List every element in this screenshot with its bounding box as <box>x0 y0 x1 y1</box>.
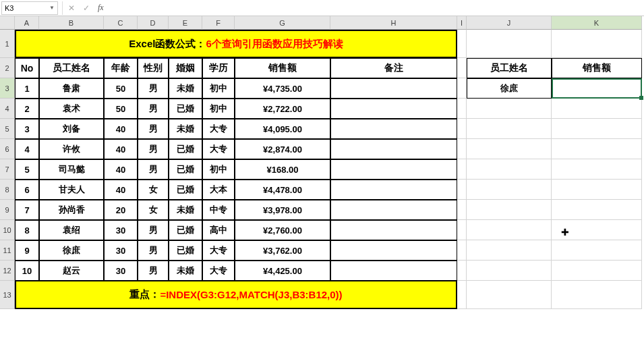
cell-remark-3[interactable] <box>330 78 457 99</box>
row-header-8[interactable]: 8 <box>0 180 15 200</box>
header-D[interactable]: 性别 <box>138 58 169 78</box>
cell-age-9[interactable]: 20 <box>104 200 138 220</box>
cell-no-5[interactable]: 3 <box>15 119 39 139</box>
cell-mar-6[interactable]: 已婚 <box>169 139 202 159</box>
header-F[interactable]: 学历 <box>202 58 235 78</box>
cell-I4[interactable] <box>457 99 467 119</box>
select-all-corner[interactable] <box>0 16 15 30</box>
cell-no-11[interactable]: 9 <box>15 240 39 261</box>
cell-no-6[interactable]: 4 <box>15 139 39 159</box>
cell-edu-10[interactable]: 高中 <box>202 220 235 240</box>
cell-sales-3[interactable]: ¥4,735.00 <box>235 78 330 99</box>
cell-no-9[interactable]: 7 <box>15 200 39 220</box>
cell-name-5[interactable]: 刘备 <box>39 119 104 139</box>
cell-edu-11[interactable]: 大专 <box>202 240 235 261</box>
header-A[interactable]: No <box>15 58 39 78</box>
cell-mar-10[interactable]: 已婚 <box>169 220 202 240</box>
cell-remark-6[interactable] <box>330 139 457 159</box>
cell-K11[interactable] <box>552 240 642 261</box>
cell-mar-12[interactable]: 未婚 <box>169 261 202 281</box>
cell-I12[interactable] <box>457 261 467 281</box>
col-header-J[interactable]: J <box>467 16 552 30</box>
cell-age-10[interactable]: 30 <box>104 220 138 240</box>
cell-age-11[interactable]: 30 <box>104 240 138 261</box>
cell-sex-10[interactable]: 男 <box>138 220 169 240</box>
cell-sex-9[interactable]: 女 <box>138 200 169 220</box>
cell-sales-11[interactable]: ¥3,762.00 <box>235 240 330 261</box>
cell-J1[interactable] <box>467 30 552 58</box>
cell-I3[interactable] <box>457 78 467 99</box>
cell-age-6[interactable]: 40 <box>104 139 138 159</box>
cell-sex-8[interactable]: 女 <box>138 180 169 200</box>
title-cell[interactable]: Excel函数公式：6个查询引用函数应用技巧解读 <box>15 30 457 58</box>
col-header-B[interactable]: B <box>39 16 104 30</box>
cell-K9[interactable] <box>552 200 642 220</box>
name-box[interactable]: K3 ▼ <box>1 1 58 15</box>
cell-mar-3[interactable]: 未婚 <box>169 78 202 99</box>
header-H[interactable]: 备注 <box>330 58 457 78</box>
cell-age-12[interactable]: 30 <box>104 261 138 281</box>
col-header-E[interactable]: E <box>169 16 202 30</box>
footer-cell[interactable]: 重点：=INDEX(G3:G12,MATCH(J3,B3:B12,0)) <box>15 281 457 309</box>
cell-sales-10[interactable]: ¥2,760.00 <box>235 220 330 240</box>
cell-name-3[interactable]: 鲁肃 <box>39 78 104 99</box>
fx-icon[interactable]: fx <box>96 3 105 13</box>
cell-J6[interactable] <box>467 139 552 159</box>
row-header-4[interactable]: 4 <box>0 99 15 119</box>
spreadsheet-grid[interactable]: ABCDEFGHIJK 1Excel函数公式：6个查询引用函数应用技巧解读2No… <box>0 16 644 309</box>
cell-I6[interactable] <box>457 139 467 159</box>
row-header-6[interactable]: 6 <box>0 139 15 159</box>
cell-J13[interactable] <box>467 281 552 309</box>
header-B[interactable]: 员工姓名 <box>39 58 104 78</box>
cell-mar-11[interactable]: 已婚 <box>169 240 202 261</box>
cell-no-8[interactable]: 6 <box>15 180 39 200</box>
cell-I9[interactable] <box>457 200 467 220</box>
header-C[interactable]: 年龄 <box>104 58 138 78</box>
header-J[interactable]: 员工姓名 <box>467 58 552 78</box>
cell-sales-7[interactable]: ¥168.00 <box>235 159 330 180</box>
cell-no-3[interactable]: 1 <box>15 78 39 99</box>
cell-name-10[interactable]: 袁绍 <box>39 220 104 240</box>
cell-I11[interactable] <box>457 240 467 261</box>
cell-name-4[interactable]: 袁术 <box>39 99 104 119</box>
row-header-7[interactable]: 7 <box>0 159 15 180</box>
cell-edu-3[interactable]: 初中 <box>202 78 235 99</box>
cell-remark-4[interactable] <box>330 99 457 119</box>
cell-remark-11[interactable] <box>330 240 457 261</box>
cell-J8[interactable] <box>467 180 552 200</box>
cell-K5[interactable] <box>552 119 642 139</box>
header-G[interactable]: 销售额 <box>235 58 330 78</box>
cell-edu-9[interactable]: 中专 <box>202 200 235 220</box>
cell-J11[interactable] <box>467 240 552 261</box>
cell-name-9[interactable]: 孙尚香 <box>39 200 104 220</box>
header-E[interactable]: 婚姻 <box>169 58 202 78</box>
cell-J9[interactable] <box>467 200 552 220</box>
col-header-F[interactable]: F <box>202 16 235 30</box>
cell-sex-12[interactable]: 男 <box>138 261 169 281</box>
cancel-icon[interactable]: ✕ <box>67 3 76 13</box>
col-header-D[interactable]: D <box>138 16 169 30</box>
row-header-1[interactable]: 1 <box>0 30 15 58</box>
col-header-G[interactable]: G <box>235 16 330 30</box>
cell-I5[interactable] <box>457 119 467 139</box>
cell-remark-9[interactable] <box>330 200 457 220</box>
cell-J5[interactable] <box>467 119 552 139</box>
cell-sales-12[interactable]: ¥4,425.00 <box>235 261 330 281</box>
cell-age-3[interactable]: 50 <box>104 78 138 99</box>
cell-mar-7[interactable]: 已婚 <box>169 159 202 180</box>
col-header-K[interactable]: K <box>552 16 642 30</box>
cell-mar-9[interactable]: 未婚 <box>169 200 202 220</box>
cell-no-10[interactable]: 8 <box>15 220 39 240</box>
cell-edu-12[interactable]: 大专 <box>202 261 235 281</box>
lookup-sales[interactable] <box>552 78 642 99</box>
cell-remark-8[interactable] <box>330 180 457 200</box>
row-header-2[interactable]: 2 <box>0 58 15 78</box>
cell-edu-7[interactable]: 初中 <box>202 159 235 180</box>
cell-mar-8[interactable]: 已婚 <box>169 180 202 200</box>
cell-sex-5[interactable]: 男 <box>138 119 169 139</box>
row-header-9[interactable]: 9 <box>0 200 15 220</box>
row-header-11[interactable]: 11 <box>0 240 15 261</box>
cell-sales-6[interactable]: ¥2,874.00 <box>235 139 330 159</box>
cell-remark-5[interactable] <box>330 119 457 139</box>
cell-remark-10[interactable] <box>330 220 457 240</box>
